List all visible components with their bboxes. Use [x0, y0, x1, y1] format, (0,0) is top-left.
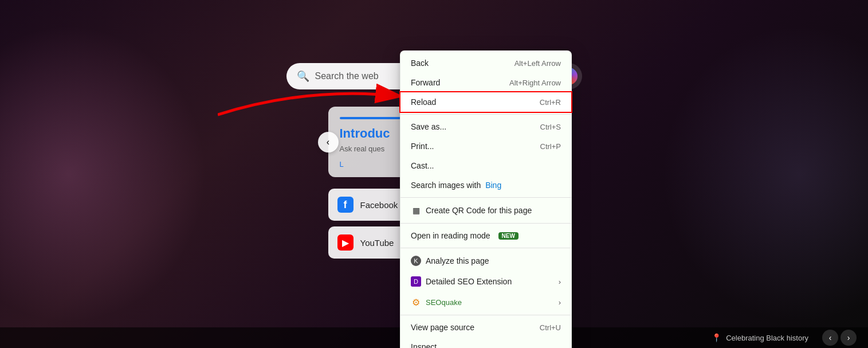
qr-icon: ▦ [411, 205, 421, 216]
ctx-seoquake-arrow: › [559, 298, 561, 307]
ctx-view-source-text: View page source [411, 323, 474, 332]
ctx-cast-text: Cast... [411, 161, 434, 170]
ctx-search-images-text: Search images with [411, 181, 481, 190]
facebook-icon: f [337, 197, 354, 213]
nav-next-button[interactable]: › [840, 330, 857, 346]
ctx-qr-code[interactable]: ▦ Create QR Code for this page [400, 200, 571, 221]
ctx-view-source[interactable]: View page source Ctrl+U [400, 318, 571, 337]
ctx-forward-shortcut: Alt+Right Arrow [509, 79, 561, 87]
ctx-divider-3 [400, 223, 571, 224]
ctx-seo-label: D Detailed SEO Extension [411, 276, 512, 287]
nav-prev-button[interactable]: ‹ [822, 330, 838, 346]
ctx-view-source-shortcut: Ctrl+U [540, 323, 561, 332]
ctx-divider-5 [400, 315, 571, 315]
ctx-cast[interactable]: Cast... [400, 156, 571, 175]
card-chevron-left[interactable]: ‹ [318, 132, 339, 153]
bottom-info: 📍 Celebrating Black history ‹ › [712, 330, 857, 346]
ctx-reload-label: Reload [411, 97, 436, 107]
ctx-reload-shortcut: Ctrl+R [540, 98, 561, 107]
ctx-back-text: Back [411, 58, 429, 68]
location-icon: 📍 [712, 333, 721, 342]
ctx-seoquake[interactable]: ⚙ SEOquake › [400, 292, 571, 312]
ctx-bing-text: Bing [485, 181, 501, 190]
ctx-print[interactable]: Print... Ctrl+P [400, 136, 571, 156]
ctx-divider-4 [400, 248, 571, 248]
ctx-seo-extension[interactable]: D Detailed SEO Extension › [400, 271, 571, 292]
seoquake-icon: ⚙ [411, 297, 421, 307]
card-link[interactable]: L [340, 160, 344, 169]
ctx-back-shortcut: Alt+Left Arrow [514, 59, 561, 68]
ctx-forward-label: Forward [411, 78, 440, 87]
ctx-back-label: Back [411, 58, 429, 68]
ctx-reading-mode[interactable]: Open in reading mode NEW [400, 226, 571, 245]
ctx-seoquake-text: SEOquake [426, 298, 462, 307]
ctx-seoquake-label: ⚙ SEOquake [411, 297, 462, 307]
ctx-qr-code-text: Create QR Code for this page [426, 206, 532, 215]
ctx-seo-text: Detailed SEO Extension [426, 277, 512, 286]
ctx-qr-code-label: ▦ Create QR Code for this page [411, 205, 532, 216]
ctx-divider-2 [400, 197, 571, 198]
ctx-reading-mode-text: Open in reading mode [411, 231, 490, 240]
quick-link-youtube-label: YouTube [360, 238, 394, 248]
ctx-search-images-label: Search images with Bing [411, 181, 501, 190]
ctx-print-text: Print... [411, 142, 434, 151]
ctx-analyze[interactable]: K Analyze this page [400, 251, 571, 271]
ctx-forward-text: Forward [411, 78, 440, 87]
search-placeholder-text: Search the web [315, 71, 379, 81]
analyze-icon: K [411, 256, 421, 266]
ctx-divider-1 [400, 114, 571, 115]
ctx-inspect[interactable]: Inspect [400, 337, 571, 348]
ctx-analyze-label: K Analyze this page [411, 256, 489, 266]
ctx-reading-mode-label: Open in reading mode NEW [411, 231, 519, 240]
bottom-location-text: Celebrating Black history [726, 334, 808, 342]
ctx-print-shortcut: Ctrl+P [540, 142, 561, 151]
ctx-seo-arrow: › [559, 277, 561, 286]
ctx-reload-text: Reload [411, 97, 436, 107]
bottom-nav-arrows: ‹ › [822, 330, 857, 346]
ctx-reload[interactable]: Reload Ctrl+R [400, 92, 571, 112]
ctx-forward[interactable]: Forward Alt+Right Arrow [400, 73, 571, 92]
ctx-analyze-text: Analyze this page [426, 256, 489, 265]
search-icon: 🔍 [297, 70, 309, 83]
youtube-icon: ▶ [337, 234, 354, 251]
seo-icon: D [411, 276, 421, 287]
context-menu: Back Alt+Left Arrow Forward Alt+Right Ar… [400, 50, 572, 348]
ctx-new-badge: NEW [498, 232, 519, 240]
ctx-back[interactable]: Back Alt+Left Arrow [400, 53, 571, 73]
ctx-search-images[interactable]: Search images with Bing [400, 175, 571, 195]
ctx-save-as[interactable]: Save as... Ctrl+S [400, 117, 571, 136]
quick-link-facebook-label: Facebook [360, 200, 398, 210]
ctx-inspect-text: Inspect [411, 342, 437, 348]
ctx-save-as-text: Save as... [411, 122, 446, 131]
ctx-save-as-shortcut: Ctrl+S [540, 123, 561, 131]
